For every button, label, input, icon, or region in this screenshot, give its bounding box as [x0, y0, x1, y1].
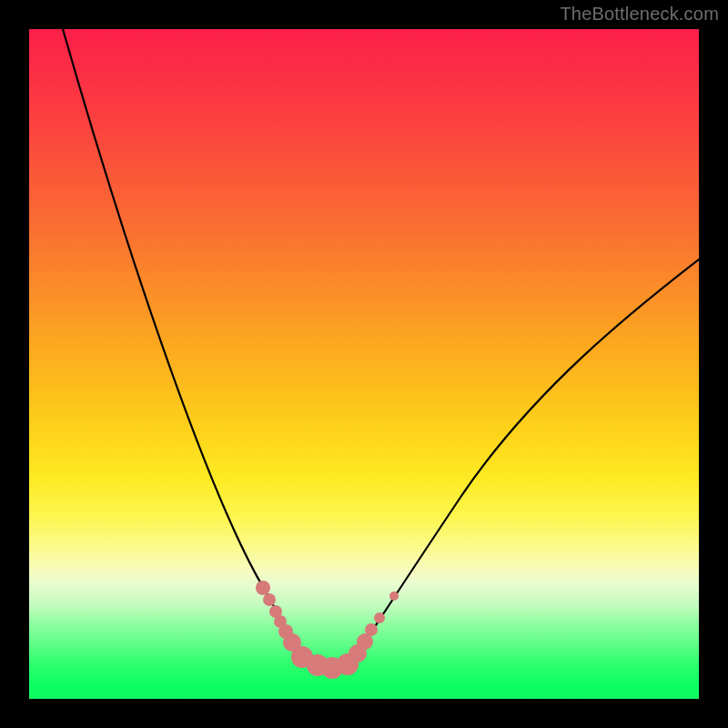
marker-dot	[374, 612, 385, 623]
marker-dot	[389, 592, 399, 601]
marker-dot	[256, 581, 270, 595]
bottleneck-curve	[63, 29, 699, 665]
marker-group	[256, 581, 399, 679]
plot-area	[29, 29, 699, 699]
watermark-text: TheBottleneck.com	[560, 4, 719, 25]
chart-frame: TheBottleneck.com	[0, 0, 728, 728]
marker-dot	[365, 623, 378, 636]
marker-dot	[263, 593, 276, 606]
curve-layer	[29, 29, 699, 699]
